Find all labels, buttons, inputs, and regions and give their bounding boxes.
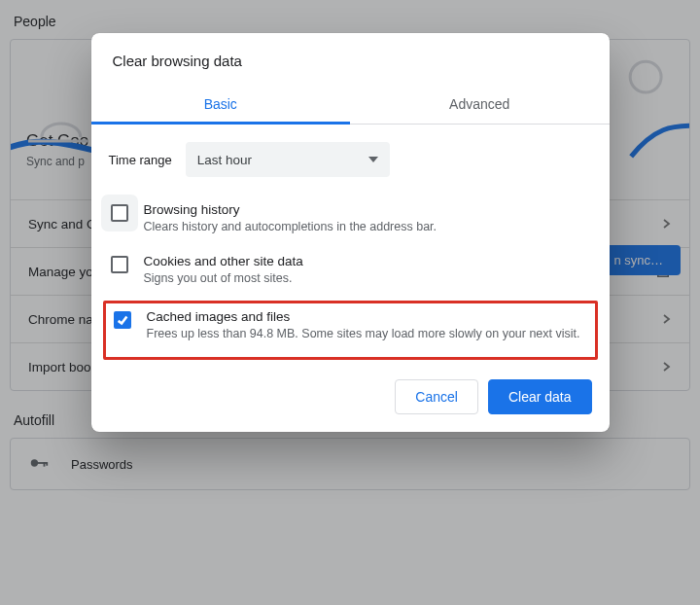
option-cookies[interactable]: Cookies and other site data Signs you ou… [109, 246, 592, 298]
modal-overlay: Clear browsing data Basic Advanced Time … [0, 0, 700, 605]
tab-basic[interactable]: Basic [91, 87, 351, 124]
time-range-row: Time range Last hour [109, 142, 592, 177]
settings-page: People Get Goo Sync and p Sync and G Man… [0, 0, 700, 605]
highlighted-option: Cached images and files Frees up less th… [103, 301, 598, 360]
option-cached-title: Cached images and files [147, 309, 580, 324]
time-range-label: Time range [109, 153, 172, 167]
dropdown-triangle-icon [368, 157, 378, 162]
clear-data-button[interactable]: Clear data [488, 379, 592, 414]
time-range-value: Last hour [197, 153, 252, 167]
checkbox-cookies[interactable] [111, 256, 128, 273]
tab-advanced[interactable]: Advanced [350, 87, 610, 124]
checkbox-cached[interactable] [114, 311, 131, 329]
option-cached[interactable]: Cached images and files Frees up less th… [114, 309, 587, 343]
clear-browsing-data-dialog: Clear browsing data Basic Advanced Time … [91, 33, 610, 432]
checkbox-browsing-history[interactable] [111, 204, 128, 222]
option-browsing-history-title: Browsing history [144, 202, 438, 217]
dialog-body: Time range Last hour Browsing history Cl… [91, 125, 610, 366]
option-cached-desc: Frees up less than 94.8 MB. Some sites m… [147, 326, 580, 343]
time-range-select[interactable]: Last hour [186, 142, 390, 177]
dialog-title: Clear browsing data [91, 33, 610, 87]
cancel-button[interactable]: Cancel [395, 379, 478, 414]
dialog-tabs: Basic Advanced [91, 87, 610, 125]
option-cookies-desc: Signs you out of most sites. [144, 270, 303, 288]
option-cookies-title: Cookies and other site data [144, 254, 303, 268]
option-browsing-history-desc: Clears history and autocompletions in th… [144, 219, 438, 236]
dialog-actions: Cancel Clear data [91, 366, 610, 432]
option-browsing-history[interactable]: Browsing history Clears history and auto… [109, 195, 592, 246]
